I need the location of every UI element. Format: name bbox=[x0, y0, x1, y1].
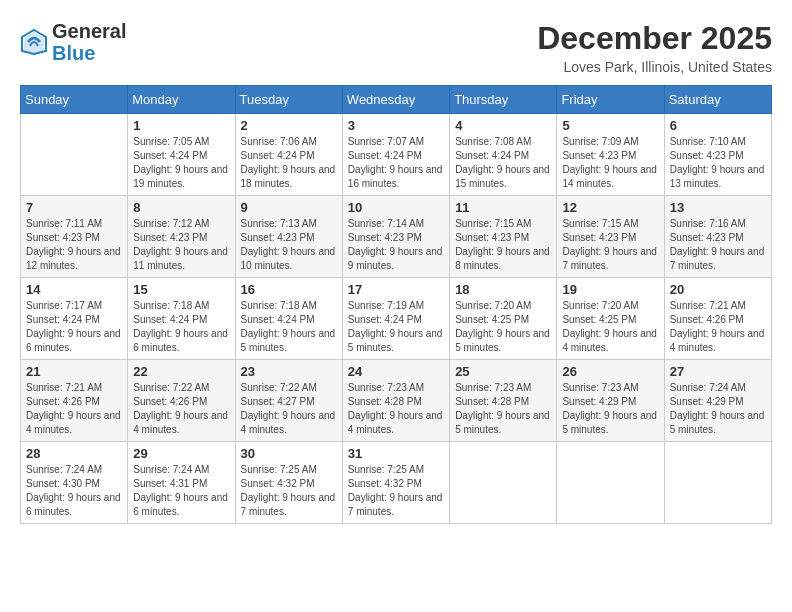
day-info: Sunrise: 7:25 AMSunset: 4:32 PMDaylight:… bbox=[348, 463, 444, 519]
day-info: Sunrise: 7:21 AMSunset: 4:26 PMDaylight:… bbox=[670, 299, 766, 355]
day-number: 11 bbox=[455, 200, 551, 215]
calendar-cell: 3Sunrise: 7:07 AMSunset: 4:24 PMDaylight… bbox=[342, 114, 449, 196]
day-number: 22 bbox=[133, 364, 229, 379]
day-info: Sunrise: 7:11 AMSunset: 4:23 PMDaylight:… bbox=[26, 217, 122, 273]
day-info: Sunrise: 7:14 AMSunset: 4:23 PMDaylight:… bbox=[348, 217, 444, 273]
calendar-cell: 29Sunrise: 7:24 AMSunset: 4:31 PMDayligh… bbox=[128, 442, 235, 524]
day-number: 13 bbox=[670, 200, 766, 215]
day-number: 21 bbox=[26, 364, 122, 379]
day-info: Sunrise: 7:06 AMSunset: 4:24 PMDaylight:… bbox=[241, 135, 337, 191]
day-info: Sunrise: 7:07 AMSunset: 4:24 PMDaylight:… bbox=[348, 135, 444, 191]
day-number: 5 bbox=[562, 118, 658, 133]
day-number: 25 bbox=[455, 364, 551, 379]
day-info: Sunrise: 7:23 AMSunset: 4:28 PMDaylight:… bbox=[455, 381, 551, 437]
calendar-week-row: 21Sunrise: 7:21 AMSunset: 4:26 PMDayligh… bbox=[21, 360, 772, 442]
day-number: 18 bbox=[455, 282, 551, 297]
calendar-header-row: SundayMondayTuesdayWednesdayThursdayFrid… bbox=[21, 86, 772, 114]
day-info: Sunrise: 7:12 AMSunset: 4:23 PMDaylight:… bbox=[133, 217, 229, 273]
calendar-cell: 15Sunrise: 7:18 AMSunset: 4:24 PMDayligh… bbox=[128, 278, 235, 360]
day-info: Sunrise: 7:18 AMSunset: 4:24 PMDaylight:… bbox=[133, 299, 229, 355]
day-info: Sunrise: 7:22 AMSunset: 4:26 PMDaylight:… bbox=[133, 381, 229, 437]
calendar-cell: 10Sunrise: 7:14 AMSunset: 4:23 PMDayligh… bbox=[342, 196, 449, 278]
calendar-cell: 1Sunrise: 7:05 AMSunset: 4:24 PMDaylight… bbox=[128, 114, 235, 196]
calendar-cell: 23Sunrise: 7:22 AMSunset: 4:27 PMDayligh… bbox=[235, 360, 342, 442]
day-info: Sunrise: 7:10 AMSunset: 4:23 PMDaylight:… bbox=[670, 135, 766, 191]
day-number: 10 bbox=[348, 200, 444, 215]
calendar-cell: 28Sunrise: 7:24 AMSunset: 4:30 PMDayligh… bbox=[21, 442, 128, 524]
calendar-week-row: 14Sunrise: 7:17 AMSunset: 4:24 PMDayligh… bbox=[21, 278, 772, 360]
calendar-cell bbox=[557, 442, 664, 524]
logo-blue: Blue bbox=[52, 42, 95, 64]
day-number: 24 bbox=[348, 364, 444, 379]
calendar-cell: 8Sunrise: 7:12 AMSunset: 4:23 PMDaylight… bbox=[128, 196, 235, 278]
day-number: 4 bbox=[455, 118, 551, 133]
calendar-cell: 12Sunrise: 7:15 AMSunset: 4:23 PMDayligh… bbox=[557, 196, 664, 278]
day-info: Sunrise: 7:17 AMSunset: 4:24 PMDaylight:… bbox=[26, 299, 122, 355]
day-info: Sunrise: 7:15 AMSunset: 4:23 PMDaylight:… bbox=[455, 217, 551, 273]
day-info: Sunrise: 7:23 AMSunset: 4:29 PMDaylight:… bbox=[562, 381, 658, 437]
calendar-header-saturday: Saturday bbox=[664, 86, 771, 114]
calendar-week-row: 28Sunrise: 7:24 AMSunset: 4:30 PMDayligh… bbox=[21, 442, 772, 524]
logo-general: General bbox=[52, 20, 126, 42]
calendar-cell: 30Sunrise: 7:25 AMSunset: 4:32 PMDayligh… bbox=[235, 442, 342, 524]
day-number: 19 bbox=[562, 282, 658, 297]
day-info: Sunrise: 7:13 AMSunset: 4:23 PMDaylight:… bbox=[241, 217, 337, 273]
calendar-week-row: 7Sunrise: 7:11 AMSunset: 4:23 PMDaylight… bbox=[21, 196, 772, 278]
day-info: Sunrise: 7:22 AMSunset: 4:27 PMDaylight:… bbox=[241, 381, 337, 437]
calendar-cell: 9Sunrise: 7:13 AMSunset: 4:23 PMDaylight… bbox=[235, 196, 342, 278]
day-number: 15 bbox=[133, 282, 229, 297]
calendar-cell: 17Sunrise: 7:19 AMSunset: 4:24 PMDayligh… bbox=[342, 278, 449, 360]
day-number: 27 bbox=[670, 364, 766, 379]
day-number: 23 bbox=[241, 364, 337, 379]
calendar-cell bbox=[450, 442, 557, 524]
calendar-table: SundayMondayTuesdayWednesdayThursdayFrid… bbox=[20, 85, 772, 524]
day-number: 16 bbox=[241, 282, 337, 297]
day-number: 30 bbox=[241, 446, 337, 461]
logo: General Blue bbox=[20, 20, 126, 64]
day-info: Sunrise: 7:09 AMSunset: 4:23 PMDaylight:… bbox=[562, 135, 658, 191]
day-info: Sunrise: 7:21 AMSunset: 4:26 PMDaylight:… bbox=[26, 381, 122, 437]
calendar-cell: 24Sunrise: 7:23 AMSunset: 4:28 PMDayligh… bbox=[342, 360, 449, 442]
day-number: 8 bbox=[133, 200, 229, 215]
calendar-cell: 31Sunrise: 7:25 AMSunset: 4:32 PMDayligh… bbox=[342, 442, 449, 524]
day-number: 12 bbox=[562, 200, 658, 215]
logo-icon bbox=[20, 28, 48, 56]
calendar-cell: 26Sunrise: 7:23 AMSunset: 4:29 PMDayligh… bbox=[557, 360, 664, 442]
month-year-title: December 2025 bbox=[537, 20, 772, 57]
calendar-header-sunday: Sunday bbox=[21, 86, 128, 114]
calendar-cell: 2Sunrise: 7:06 AMSunset: 4:24 PMDaylight… bbox=[235, 114, 342, 196]
calendar-cell: 22Sunrise: 7:22 AMSunset: 4:26 PMDayligh… bbox=[128, 360, 235, 442]
day-number: 31 bbox=[348, 446, 444, 461]
day-number: 17 bbox=[348, 282, 444, 297]
calendar-cell: 13Sunrise: 7:16 AMSunset: 4:23 PMDayligh… bbox=[664, 196, 771, 278]
day-number: 2 bbox=[241, 118, 337, 133]
calendar-cell: 20Sunrise: 7:21 AMSunset: 4:26 PMDayligh… bbox=[664, 278, 771, 360]
day-info: Sunrise: 7:05 AMSunset: 4:24 PMDaylight:… bbox=[133, 135, 229, 191]
day-info: Sunrise: 7:23 AMSunset: 4:28 PMDaylight:… bbox=[348, 381, 444, 437]
day-info: Sunrise: 7:20 AMSunset: 4:25 PMDaylight:… bbox=[562, 299, 658, 355]
page-header: General Blue December 2025 Loves Park, I… bbox=[20, 20, 772, 75]
day-info: Sunrise: 7:19 AMSunset: 4:24 PMDaylight:… bbox=[348, 299, 444, 355]
logo-text: General Blue bbox=[52, 20, 126, 64]
calendar-cell: 25Sunrise: 7:23 AMSunset: 4:28 PMDayligh… bbox=[450, 360, 557, 442]
calendar-cell: 18Sunrise: 7:20 AMSunset: 4:25 PMDayligh… bbox=[450, 278, 557, 360]
day-number: 3 bbox=[348, 118, 444, 133]
calendar-header-thursday: Thursday bbox=[450, 86, 557, 114]
calendar-cell: 5Sunrise: 7:09 AMSunset: 4:23 PMDaylight… bbox=[557, 114, 664, 196]
day-info: Sunrise: 7:18 AMSunset: 4:24 PMDaylight:… bbox=[241, 299, 337, 355]
day-number: 9 bbox=[241, 200, 337, 215]
day-number: 6 bbox=[670, 118, 766, 133]
day-info: Sunrise: 7:08 AMSunset: 4:24 PMDaylight:… bbox=[455, 135, 551, 191]
calendar-cell: 4Sunrise: 7:08 AMSunset: 4:24 PMDaylight… bbox=[450, 114, 557, 196]
day-info: Sunrise: 7:24 AMSunset: 4:29 PMDaylight:… bbox=[670, 381, 766, 437]
calendar-header-wednesday: Wednesday bbox=[342, 86, 449, 114]
calendar-cell: 7Sunrise: 7:11 AMSunset: 4:23 PMDaylight… bbox=[21, 196, 128, 278]
calendar-cell: 21Sunrise: 7:21 AMSunset: 4:26 PMDayligh… bbox=[21, 360, 128, 442]
day-number: 14 bbox=[26, 282, 122, 297]
calendar-cell: 11Sunrise: 7:15 AMSunset: 4:23 PMDayligh… bbox=[450, 196, 557, 278]
calendar-header-friday: Friday bbox=[557, 86, 664, 114]
calendar-cell: 19Sunrise: 7:20 AMSunset: 4:25 PMDayligh… bbox=[557, 278, 664, 360]
day-info: Sunrise: 7:24 AMSunset: 4:30 PMDaylight:… bbox=[26, 463, 122, 519]
location-subtitle: Loves Park, Illinois, United States bbox=[537, 59, 772, 75]
day-info: Sunrise: 7:24 AMSunset: 4:31 PMDaylight:… bbox=[133, 463, 229, 519]
